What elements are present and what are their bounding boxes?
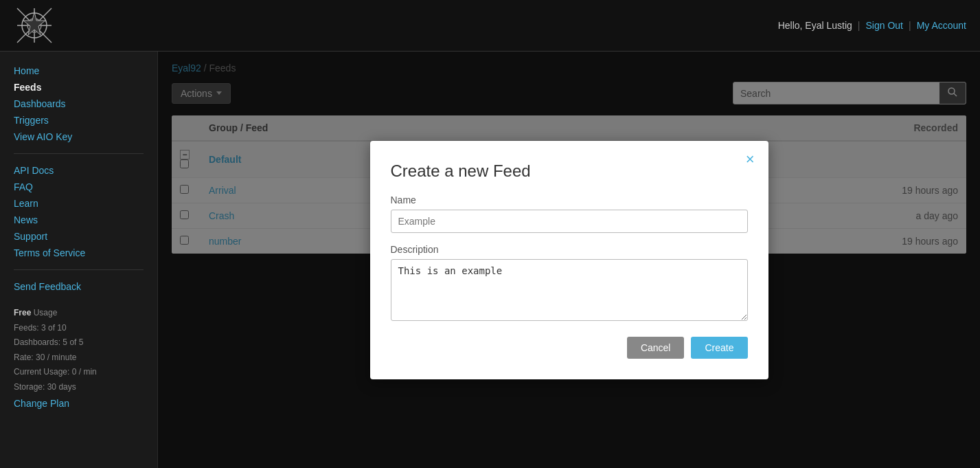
send-feedback-link[interactable]: Send Feedback [14,281,144,292]
modal-overlay: × Create a new Feed Name Description Thi… [158,52,980,468]
content-area: Eyal92 / Feeds Actions [158,52,980,468]
sidebar-item-view-aio-key[interactable]: View AIO Key [14,131,144,142]
sidebar-item-api-docs[interactable]: API Docs [14,165,144,176]
create-feed-modal: × Create a new Feed Name Description Thi… [370,141,768,379]
sidebar-docs: API Docs FAQ Learn News Support Terms of… [14,165,144,258]
usage-info: Free Usage Feeds: 3 of 10 Dashboards: 5 … [14,306,144,412]
description-label: Description [391,244,748,255]
feeds-usage: Feeds: 3 of 10 [14,321,144,336]
modal-title: Create a new Feed [391,161,748,181]
header: Hello, Eyal Lustig | Sign Out | My Accou… [0,0,980,52]
sidebar-divider [14,153,144,154]
header-user-info: Hello, Eyal Lustig | Sign Out | My Accou… [778,20,966,31]
logo [14,5,55,46]
sidebar-item-news[interactable]: News [14,214,144,225]
sidebar-item-terms[interactable]: Terms of Service [14,247,144,258]
sidebar-item-triggers[interactable]: Triggers [14,115,144,126]
sign-out-link[interactable]: Sign Out [866,20,903,31]
sidebar-item-faq[interactable]: FAQ [14,181,144,192]
sidebar-item-support[interactable]: Support [14,231,144,242]
my-account-link[interactable]: My Account [917,20,966,31]
rate-info: Rate: 30 / minute [14,350,144,366]
sidebar-item-home[interactable]: Home [14,65,144,76]
modal-actions: Cancel Create [391,337,748,359]
sidebar: Home Feeds Dashboards Triggers View AIO … [0,52,158,468]
sidebar-nav: Home Feeds Dashboards Triggers View AIO … [14,65,144,142]
dashboards-usage: Dashboards: 5 of 5 [14,335,144,350]
storage-info: Storage: 30 days [14,380,144,395]
sidebar-item-dashboards[interactable]: Dashboards [14,98,144,109]
description-textarea[interactable]: This is an example [391,259,748,321]
create-button[interactable]: Create [691,337,747,359]
modal-close-button[interactable]: × [746,152,755,167]
change-plan-link[interactable]: Change Plan [14,395,144,412]
sidebar-item-learn[interactable]: Learn [14,198,144,209]
main-layout: Home Feeds Dashboards Triggers View AIO … [0,52,980,468]
plan-label: Free [14,308,31,317]
name-input[interactable] [391,210,748,233]
name-label: Name [391,194,748,205]
sidebar-divider-2 [14,269,144,270]
cancel-button[interactable]: Cancel [627,337,685,359]
plan-suffix: Usage [31,308,57,317]
current-usage: Current Usage: 0 / min [14,365,144,380]
greeting-text: Hello, Eyal Lustig [778,20,852,31]
sidebar-item-feeds[interactable]: Feeds [14,82,144,93]
